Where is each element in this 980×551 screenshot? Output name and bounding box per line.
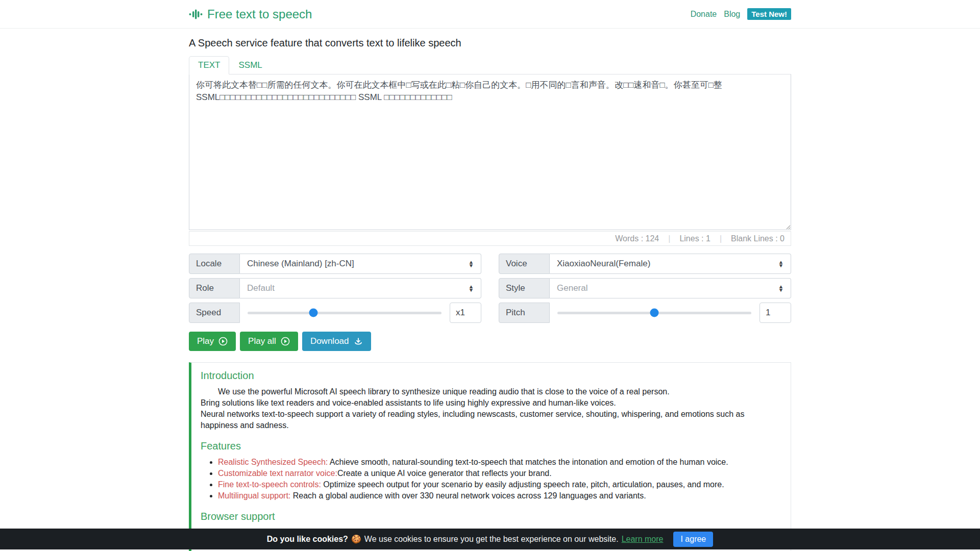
intro-paragraph: Bring solutions like text readers and vo… <box>201 397 781 409</box>
nav-donate-link[interactable]: Donate <box>691 10 717 19</box>
download-icon <box>354 337 363 346</box>
intro-paragraph: We use the powerful Microsoft AI speech … <box>201 386 781 397</box>
feature-term: Customizable text narrator voice: <box>218 469 337 478</box>
style-value: General <box>557 283 587 293</box>
style-row: Style General ▲▼ <box>499 278 791 298</box>
speed-slider-area <box>240 303 450 323</box>
role-select[interactable]: Default ▲▼ <box>240 278 481 298</box>
feature-text: Create a unique AI voice generator that … <box>337 469 552 478</box>
play-button[interactable]: Play <box>189 332 236 351</box>
speed-row: Speed x1 <box>189 303 481 323</box>
select-arrows-icon: ▲▼ <box>778 260 784 267</box>
header-nav: Donate Blog Test New! <box>691 8 791 20</box>
editor-tabs: TEXT SSML <box>189 56 791 74</box>
feature-item: Realistic Synthesized Speech: Achieve sm… <box>218 457 781 468</box>
voice-controls: Locale Chinese (Mainland) [zh-CN] ▲▼ Voi… <box>189 254 791 323</box>
play-button-label: Play <box>197 336 214 346</box>
voice-value: XiaoxiaoNeural(Female) <box>557 259 650 269</box>
text-input[interactable]: 你可将此文本替□□所需的任何文本。你可在此文本框中□写或在此□粘□你自己的文本。… <box>189 74 791 230</box>
app-logo[interactable]: Free text to speech <box>189 7 312 21</box>
locale-label: Locale <box>189 254 240 274</box>
voice-row: Voice XiaoxiaoNeural(Female) ▲▼ <box>499 254 791 274</box>
pitch-row: Pitch 1 <box>499 303 791 323</box>
play-all-button[interactable]: Play all <box>240 332 298 351</box>
cookie-message: We use cookies to ensure you get the bes… <box>364 535 619 544</box>
speed-slider[interactable] <box>248 312 442 314</box>
play-all-button-label: Play all <box>248 336 276 346</box>
nav-blog-link[interactable]: Blog <box>724 10 740 19</box>
cookie-banner: Do you like cookies? 🍪 We use cookies to… <box>0 529 980 549</box>
learn-more-link[interactable]: Learn more <box>622 535 664 544</box>
stats-separator: | <box>720 234 722 243</box>
speed-value: x1 <box>450 303 481 323</box>
stats-separator: | <box>668 234 670 243</box>
pitch-slider-thumb[interactable] <box>650 309 659 317</box>
feature-item: Multilingual support: Reach a global aud… <box>218 490 781 502</box>
tab-ssml[interactable]: SSML <box>229 56 271 74</box>
locale-select[interactable]: Chinese (Mainland) [zh-CN] ▲▼ <box>240 254 481 274</box>
header: Free text to speech Donate Blog Test New… <box>0 0 980 29</box>
editor-container: 你可将此文本替□□所需的任何文本。你可在此文本框中□写或在此□粘□你自己的文本。… <box>189 74 791 230</box>
feature-item: Fine text-to-speech controls: Optimize s… <box>218 479 781 490</box>
feature-text: Achieve smooth, natural-sounding text-to… <box>328 458 728 466</box>
voice-label: Voice <box>499 254 550 274</box>
pitch-value: 1 <box>760 303 791 323</box>
style-label: Style <box>499 278 550 298</box>
lines-count: Lines : 1 <box>679 234 710 243</box>
intro-paragraph: Neural networks text-to-speech support a… <box>201 409 781 431</box>
features-heading: Features <box>201 440 781 452</box>
blank-lines-count: Blank Lines : 0 <box>731 234 785 243</box>
pitch-label: Pitch <box>499 303 550 323</box>
download-button[interactable]: Download <box>302 332 371 351</box>
select-arrows-icon: ▲▼ <box>469 285 474 292</box>
agree-button[interactable]: I agree <box>673 532 713 547</box>
introduction-heading: Introduction <box>201 370 781 382</box>
feature-text: Optimize speech output for your scenario… <box>321 480 724 489</box>
role-value: Default <box>247 283 275 293</box>
download-button-label: Download <box>310 336 349 346</box>
locale-row: Locale Chinese (Mainland) [zh-CN] ▲▼ <box>189 254 481 274</box>
cookie-question: Do you like cookies? <box>267 535 348 544</box>
test-new-badge[interactable]: Test New! <box>747 8 791 20</box>
app-title: Free text to speech <box>207 7 312 21</box>
voice-select[interactable]: XiaoxiaoNeural(Female) ▲▼ <box>550 254 791 274</box>
speed-label: Speed <box>189 303 240 323</box>
waveform-icon <box>189 8 203 21</box>
browser-support-heading: Browser support <box>201 511 781 522</box>
play-circle-icon <box>218 337 228 346</box>
speed-slider-thumb[interactable] <box>309 309 318 317</box>
feature-term: Realistic Synthesized Speech: <box>218 458 328 466</box>
words-count: Words : 124 <box>615 234 659 243</box>
feature-text: Reach a global audience with over 330 ne… <box>290 491 646 500</box>
select-arrows-icon: ▲▼ <box>778 285 784 292</box>
page-subtitle: A Speech service feature that converts t… <box>189 37 791 49</box>
tab-text[interactable]: TEXT <box>189 56 229 74</box>
action-buttons: Play Play all Download <box>189 332 791 351</box>
feature-term: Multilingual support: <box>218 491 290 500</box>
feature-term: Fine text-to-speech controls: <box>218 480 321 489</box>
style-select[interactable]: General ▲▼ <box>550 278 791 298</box>
pitch-slider-area <box>550 303 760 323</box>
info-panel: Introduction We use the powerful Microso… <box>189 362 791 551</box>
select-arrows-icon: ▲▼ <box>469 260 474 267</box>
locale-value: Chinese (Mainland) [zh-CN] <box>247 259 354 269</box>
editor-stats-bar: Words : 124 | Lines : 1 | Blank Lines : … <box>189 231 791 246</box>
cookie-emoji: 🍪 <box>351 534 361 544</box>
role-label: Role <box>189 278 240 298</box>
play-circle-icon <box>281 337 290 346</box>
pitch-slider[interactable] <box>557 312 751 314</box>
feature-item: Customizable text narrator voice:Create … <box>218 468 781 479</box>
role-row: Role Default ▲▼ <box>189 278 481 298</box>
features-list: Realistic Synthesized Speech: Achieve sm… <box>201 457 781 502</box>
